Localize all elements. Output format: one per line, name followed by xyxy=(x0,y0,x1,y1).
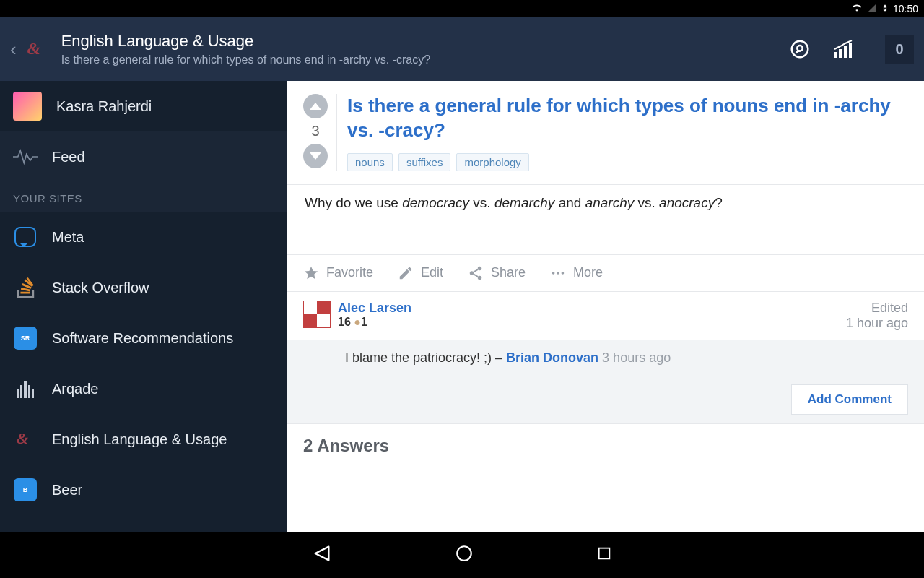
svg-point-16 xyxy=(552,272,555,275)
add-comment-button[interactable]: Add Comment xyxy=(791,384,908,415)
question-title: Is there a general rule for which types … xyxy=(347,94,907,143)
svg-rect-4 xyxy=(839,49,842,58)
inbox-count-badge[interactable]: 0 xyxy=(885,35,914,64)
tag[interactable]: morphology xyxy=(456,153,528,171)
sidebar-item-label: Software Recommendations xyxy=(52,330,233,347)
svg-rect-8 xyxy=(20,385,22,398)
author-avatar[interactable] xyxy=(303,301,331,328)
sidebar-item-english[interactable]: & English Language & Usage xyxy=(0,414,287,465)
svg-rect-10 xyxy=(28,385,30,398)
back-chevron-icon[interactable]: ‹ xyxy=(10,38,17,61)
battery-icon xyxy=(881,2,889,16)
page-title: English Language & Usage xyxy=(61,32,788,51)
sidebar-item-label: Meta xyxy=(52,229,84,246)
sidebar-item-meta[interactable]: Meta xyxy=(0,212,287,262)
sidebar-item-beer[interactable]: B Beer xyxy=(0,465,287,515)
svg-rect-7 xyxy=(17,389,19,398)
downvote-button[interactable] xyxy=(303,144,328,168)
question-main: 3 Is there a general rule for which type… xyxy=(287,81,924,532)
comment-author[interactable]: Brian Donovan xyxy=(506,350,598,365)
question-action-row: Favorite Edit Share More xyxy=(287,254,924,292)
sidebar-item-label: Stack Overflow xyxy=(52,280,149,296)
vote-score: 3 xyxy=(311,123,319,139)
wifi-icon xyxy=(851,3,863,15)
sidebar-item-arqade[interactable]: Arqade xyxy=(0,363,287,414)
tag[interactable]: suffixes xyxy=(398,153,451,171)
sidebar-section-header: YOUR SITES xyxy=(0,182,287,212)
user-avatar xyxy=(13,92,42,121)
app-header: ‹ & English Language & Usage Is there a … xyxy=(0,17,924,81)
sidebar-item-label: Feed xyxy=(52,149,85,165)
sidebar-item-softwarerecs[interactable]: SR Software Recommendations xyxy=(0,313,287,363)
stackoverflow-site-icon xyxy=(13,275,38,300)
svg-point-14 xyxy=(470,271,474,275)
edited-info: Edited 1 hour ago xyxy=(846,301,908,331)
beer-site-icon: B xyxy=(13,478,38,502)
comment-time: 3 hours ago xyxy=(598,350,671,365)
svg-rect-5 xyxy=(844,46,847,58)
tag[interactable]: nouns xyxy=(347,153,393,171)
edit-button[interactable]: Edit xyxy=(398,265,443,281)
comment[interactable]: I blame the patriocracy! ;) – Brian Dono… xyxy=(287,340,924,376)
android-nav-bar xyxy=(0,532,924,578)
nav-back-icon[interactable] xyxy=(312,543,332,566)
question-author-row: Alec Larsen 16 ●1 Edited 1 hour ago xyxy=(287,292,924,340)
site-logo-icon[interactable]: & xyxy=(22,35,51,64)
favorite-button[interactable]: Favorite xyxy=(303,265,373,281)
upvote-button[interactable] xyxy=(303,94,328,118)
author-reputation: 16 ●1 xyxy=(338,316,411,329)
sidebar-user-profile[interactable]: Kasra Rahjerdi xyxy=(0,81,287,131)
sidebar-item-label: Beer xyxy=(52,482,82,499)
svg-point-15 xyxy=(478,275,482,280)
user-name: Kasra Rahjerdi xyxy=(56,98,152,115)
svg-text:&: & xyxy=(17,430,29,447)
svg-point-19 xyxy=(457,546,471,561)
svg-rect-9 xyxy=(24,381,27,398)
status-time: 10:50 xyxy=(893,3,918,14)
meta-site-icon xyxy=(13,225,38,249)
reputation-graph-icon[interactable] xyxy=(833,38,856,61)
svg-rect-20 xyxy=(599,548,610,559)
sidebar: Kasra Rahjerdi Feed YOUR SITES Meta Stac… xyxy=(0,81,287,532)
svg-text:&: & xyxy=(27,39,40,58)
question-body: Why do we use democracy vs. demarchy and… xyxy=(287,185,924,254)
svg-rect-3 xyxy=(834,52,837,58)
svg-point-13 xyxy=(478,266,482,270)
nav-home-icon[interactable] xyxy=(455,544,474,566)
english-site-icon: & xyxy=(13,427,38,452)
svg-point-18 xyxy=(562,272,565,275)
softwarerecs-site-icon: SR xyxy=(13,326,38,350)
sidebar-feed[interactable]: Feed xyxy=(0,131,287,182)
share-button[interactable]: Share xyxy=(468,265,526,281)
signal-icon xyxy=(867,3,877,15)
svg-point-1 xyxy=(792,41,808,58)
svg-rect-6 xyxy=(849,43,852,58)
sidebar-item-label: Arqade xyxy=(52,381,99,397)
nav-recents-icon[interactable] xyxy=(596,545,612,564)
feed-icon xyxy=(13,144,38,169)
comment-text: I blame the patriocracy! ;) – xyxy=(345,350,506,365)
sidebar-item-label: English Language & Usage xyxy=(52,431,227,448)
page-subtitle: Is there a general rule for which types … xyxy=(61,53,788,66)
arqade-site-icon xyxy=(13,376,38,401)
answers-count-header: 2 Answers xyxy=(287,424,924,456)
svg-point-17 xyxy=(557,272,559,275)
notifications-icon[interactable] xyxy=(788,38,811,61)
more-button[interactable]: More xyxy=(550,265,603,281)
android-status-bar: 10:50 xyxy=(0,0,924,17)
tag-list: nouns suffixes morphology xyxy=(347,153,907,171)
sidebar-item-stackoverflow[interactable]: Stack Overflow xyxy=(0,262,287,313)
author-name[interactable]: Alec Larsen xyxy=(338,301,411,316)
svg-rect-11 xyxy=(32,389,34,398)
